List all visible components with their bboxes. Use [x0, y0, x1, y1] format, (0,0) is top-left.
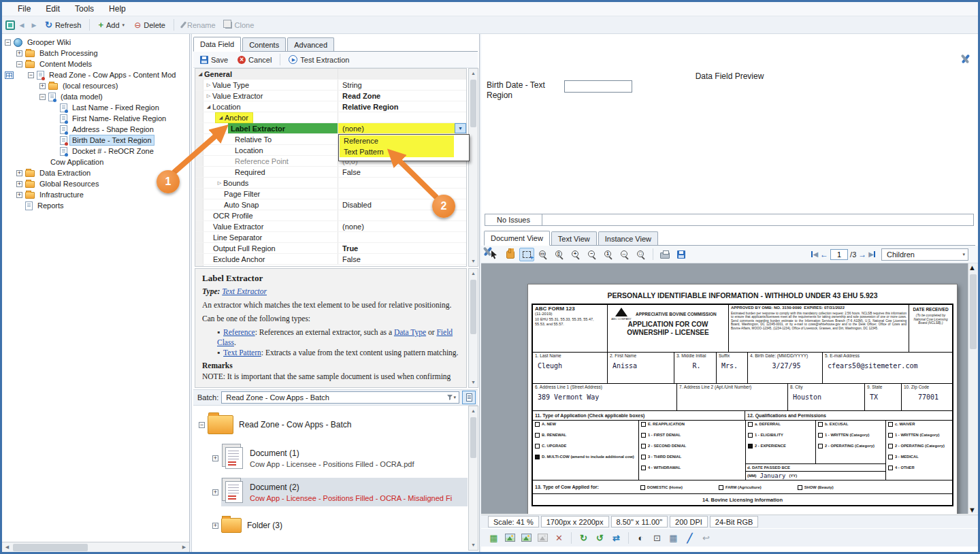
tree-item-batch-processing[interactable]: Batch Processing — [2, 48, 189, 59]
zoom-in-button[interactable] — [568, 248, 583, 261]
scrollbar-thumb[interactable] — [970, 274, 977, 349]
expand-icon[interactable] — [205, 93, 212, 99]
expand-icon[interactable] — [16, 50, 22, 56]
scrollbar-thumb[interactable] — [470, 417, 476, 458]
property-row-location[interactable]: LocationRelative Region — [195, 101, 466, 112]
tree-item-last-name[interactable]: Last Name - Fixed Region — [2, 102, 189, 113]
pan-button[interactable] — [503, 248, 518, 261]
type-link[interactable]: Text Extractor — [222, 287, 267, 295]
scroll-up-icon[interactable] — [469, 406, 478, 416]
fit-page-button[interactable] — [634, 248, 649, 261]
reference-link[interactable]: Reference — [223, 328, 255, 336]
property-row-anchor[interactable]: Anchor — [195, 112, 466, 123]
settings-wrench-icon[interactable] — [959, 53, 971, 65]
property-value[interactable]: (none) — [338, 221, 466, 231]
tab-contents[interactable]: Contents — [242, 37, 286, 51]
data-type-link[interactable]: Data Type — [394, 328, 426, 336]
grid-scrollbar[interactable] — [468, 68, 478, 267]
expand-icon[interactable] — [16, 181, 22, 187]
scrollbar-thumb[interactable] — [13, 544, 88, 551]
previous-page-button[interactable] — [820, 250, 828, 259]
expand-icon[interactable] — [212, 455, 218, 461]
scope-select[interactable]: Children — [881, 248, 968, 261]
tree-item-cow-application[interactable]: Cow Application — [2, 157, 189, 167]
property-row-auto-snap[interactable]: Auto SnapDisabled — [195, 199, 466, 210]
zoom-actual-button[interactable] — [601, 248, 616, 261]
scroll-left-icon[interactable] — [2, 542, 12, 552]
property-row-value-type[interactable]: Value TypeString — [195, 80, 466, 91]
label-image-button[interactable] — [519, 531, 534, 544]
collapse-icon[interactable] — [197, 71, 204, 77]
save-image-button[interactable] — [674, 248, 689, 261]
property-row-output-full-region[interactable]: Output Full RegionTrue — [195, 243, 466, 254]
expand-icon[interactable] — [205, 82, 212, 88]
property-category-general[interactable]: General — [195, 69, 466, 80]
expand-icon[interactable] — [212, 523, 218, 529]
add-region-button[interactable] — [487, 531, 501, 544]
last-page-button[interactable] — [868, 250, 875, 258]
collapse-icon[interactable] — [16, 61, 22, 67]
property-value[interactable] — [338, 232, 466, 242]
tree-item-birth-date[interactable]: Birth Date - Text Region — [2, 135, 189, 146]
zoom-page-button[interactable] — [552, 248, 567, 261]
tree-item-address[interactable]: Address - Shape Region — [2, 124, 189, 135]
property-row-label-extractor[interactable]: Label Extractor(none) — [195, 123, 466, 134]
menu-edit[interactable]: Edit — [38, 2, 67, 16]
batch-root-row[interactable]: Read Zone - Cow Apps - Batch — [199, 411, 468, 438]
tab-advanced[interactable]: Advanced — [287, 37, 334, 51]
collapse-icon[interactable] — [28, 72, 34, 78]
document-row-2[interactable]: Document (2)Cow App - Licensee - Positio… — [212, 476, 468, 508]
scroll-up-icon[interactable] — [968, 263, 979, 272]
scroll-up-icon[interactable] — [469, 69, 478, 78]
property-value[interactable]: Relative Region — [338, 101, 466, 112]
document-viewer[interactable]: PERSONALLY IDENTIFIABLE INFORMATION - WI… — [481, 263, 978, 514]
delete-region-button[interactable] — [552, 531, 566, 544]
property-value[interactable]: False — [338, 167, 466, 177]
page-number-input[interactable] — [830, 249, 848, 260]
invert-button[interactable] — [634, 531, 648, 544]
expand-icon[interactable] — [16, 192, 22, 198]
menu-help[interactable]: Help — [101, 2, 133, 16]
tree-item-local-resources[interactable]: (local resources) — [2, 80, 189, 91]
scroll-down-icon[interactable] — [469, 378, 478, 387]
add-button[interactable]: Add — [94, 18, 129, 31]
crop-button[interactable] — [650, 531, 664, 544]
expand-icon[interactable] — [212, 489, 218, 495]
rename-button[interactable]: Rename — [178, 20, 220, 31]
first-page-button[interactable] — [811, 250, 818, 258]
tree-item-content-model[interactable]: Read Zone - Cow Apps - Content Mod — [2, 69, 189, 80]
property-row-exclude-anchor[interactable]: Exclude AnchorFalse — [195, 254, 466, 265]
property-row-value-extractor[interactable]: Value ExtractorRead Zone — [195, 91, 466, 101]
grid-lines-button[interactable] — [666, 531, 681, 544]
tree-item-data-model[interactable]: (data model) — [2, 91, 189, 102]
tree-item-grooper-wiki[interactable]: Grooper Wiki — [2, 37, 189, 48]
dropdown-button[interactable] — [455, 123, 466, 133]
delete-button[interactable]: Delete — [130, 19, 169, 31]
property-value-label-extractor[interactable]: (none) — [338, 123, 466, 133]
clone-button[interactable]: Clone — [221, 20, 259, 31]
collapse-icon[interactable] — [39, 94, 46, 100]
property-value[interactable]: False — [338, 254, 466, 264]
fit-width-button[interactable] — [617, 248, 632, 261]
scroll-down-icon[interactable] — [968, 506, 979, 514]
property-row-required[interactable]: RequiredFalse — [195, 167, 466, 178]
edit-image-button[interactable] — [503, 531, 517, 544]
test-extraction-button[interactable]: Test Extraction — [284, 54, 353, 65]
horizontal-scrollbar[interactable] — [2, 542, 189, 552]
document-item[interactable]: Document (1)Cow App - Licensee - Positio… — [221, 444, 468, 472]
zoom-out-button[interactable] — [585, 248, 600, 261]
menu-file[interactable]: File — [10, 2, 38, 16]
viewer-settings-button[interactable] — [690, 248, 705, 261]
next-page-button[interactable] — [858, 250, 866, 259]
folder-row-3[interactable]: Folder (3) — [212, 513, 468, 538]
tree-item-reports[interactable]: Reports — [2, 200, 189, 211]
property-value[interactable]: String — [338, 80, 466, 90]
reprocess-button[interactable] — [593, 531, 607, 544]
document-row-1[interactable]: Document (1)Cow App - Licensee - Positio… — [212, 442, 468, 474]
property-value[interactable]: True — [338, 243, 466, 253]
tab-document-view[interactable]: Document View — [484, 231, 550, 246]
tree-item-content-models[interactable]: Content Models — [2, 59, 189, 69]
collapse-icon[interactable] — [5, 39, 11, 46]
navigate-forward-button[interactable] — [29, 22, 39, 29]
scrollbar-thumb[interactable] — [470, 280, 476, 334]
